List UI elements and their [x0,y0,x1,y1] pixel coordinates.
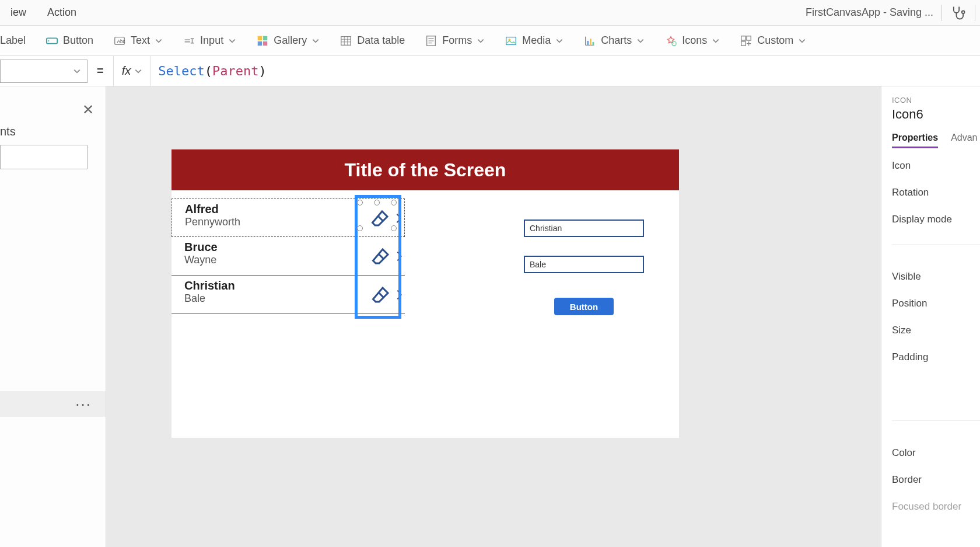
ribbon-media-text: Media [522,34,551,47]
gallery-row[interactable]: Bruce Wayne [172,237,405,276]
ribbon-forms-text: Forms [442,34,472,47]
canvas-area[interactable]: Title of the Screen Alfred Pennyworth Br… [106,86,881,547]
button-icon [46,34,58,47]
gallery-icon [256,34,269,47]
app-checker-icon[interactable] [950,5,967,21]
prop-icon[interactable]: Icon [892,160,980,172]
app-screen: Title of the Screen Alfred Pennyworth Br… [172,149,679,438]
chevron-down-icon [228,37,236,45]
ribbon-datatable[interactable]: Data table [340,34,405,47]
ribbon-text-text: Text [131,34,150,47]
eraser-icon[interactable] [368,281,394,308]
eraser-icon[interactable] [367,205,394,232]
chevron-down-icon [636,37,645,45]
svg-rect-8 [263,41,267,45]
forms-icon [425,34,438,47]
chevron-right-icon[interactable] [396,288,404,301]
prop-visible[interactable]: Visible [892,271,980,283]
prop-display-mode[interactable]: Display mode [892,214,980,225]
prop-padding[interactable]: Padding [892,351,980,363]
datatable-icon [340,34,352,47]
icons-icon [664,34,677,47]
svg-point-2 [48,40,50,41]
media-icon [505,34,517,47]
prop-border[interactable]: Border [892,474,980,486]
ribbon-button[interactable]: Button [46,34,93,47]
ribbon-forms[interactable]: Forms [425,34,485,47]
prop-focused-border[interactable]: Focused border [892,501,980,513]
chevron-down-icon [134,67,142,75]
tree-item-more[interactable]: ··· [0,391,106,417]
tab-properties[interactable]: Properties [892,133,938,148]
ribbon-media[interactable]: Media [505,34,564,47]
element-type-label: ICON [892,96,980,104]
ribbon-input-text: Input [200,34,223,47]
svg-rect-13 [587,41,589,45]
chevron-right-icon[interactable] [396,250,404,263]
svg-rect-18 [747,36,751,40]
insert-ribbon: Label Button Abc Text Input Gallery Data… [0,26,980,56]
submit-button[interactable]: Button [554,298,614,315]
chevron-down-icon [477,37,485,45]
svg-rect-7 [258,41,262,45]
text-icon: Abc [113,34,126,47]
ribbon-charts[interactable]: Charts [583,34,645,47]
ribbon-label-text: Label [0,34,26,47]
prop-rotation[interactable]: Rotation [892,187,980,198]
screen-title: Title of the Screen [172,149,679,190]
ribbon-icons[interactable]: Icons [664,34,720,47]
formula-arg: Parent [212,64,258,78]
tree-view-panel: ✕ nts ··· [0,86,106,547]
svg-text:Abc: Abc [117,39,125,44]
gallery-item-subtitle: Pennyworth [185,216,397,228]
svg-rect-19 [741,41,746,45]
prop-position[interactable]: Position [892,298,980,309]
gallery-item-subtitle: Wayne [184,254,398,266]
text-input-firstname[interactable]: Christian [524,220,644,237]
ribbon-custom[interactable]: Custom [740,34,806,47]
gallery-row[interactable]: Christian Bale [172,276,405,314]
svg-rect-9 [341,36,351,45]
menu-view[interactable]: iew [0,6,37,19]
chevron-down-icon [312,37,320,45]
svg-rect-15 [593,41,594,45]
formula-input[interactable]: Select(Parent) [151,64,980,78]
svg-rect-11 [506,37,516,44]
tab-advanced[interactable]: Advan [951,133,977,148]
chevron-down-icon [73,67,81,75]
svg-rect-6 [263,36,267,40]
svg-point-16 [672,41,676,45]
main-area: ✕ nts ··· Title of the Screen Alfred Pen… [0,86,980,547]
ribbon-label[interactable]: Label [0,34,26,47]
prop-size[interactable]: Size [892,325,980,336]
svg-rect-5 [258,36,262,40]
search-input[interactable] [0,145,88,169]
gallery-item-title: Christian [184,279,398,292]
properties-list: Icon Rotation Display mode Visible Posit… [892,160,980,513]
prop-color[interactable]: Color [892,447,980,459]
panel-tabs: Properties Advan [892,133,980,148]
gallery-row[interactable]: Alfred Pennyworth [172,198,405,237]
ribbon-icons-text: Icons [682,34,707,47]
chevron-down-icon [555,37,564,45]
chevron-right-icon[interactable] [395,212,403,225]
custom-icon [740,34,752,47]
chevron-down-icon [798,37,806,45]
fx-button[interactable]: fx [113,56,152,86]
gallery-control[interactable]: Alfred Pennyworth Bruce Wayne Ch [172,198,405,314]
ribbon-gallery[interactable]: Gallery [256,34,320,47]
svg-rect-17 [741,36,746,40]
eraser-icon[interactable] [368,243,394,270]
close-icon[interactable]: ✕ [82,102,94,118]
property-selector[interactable] [0,60,88,83]
text-input-lastname[interactable]: Bale [524,256,644,273]
charts-icon [583,34,596,47]
separator [975,5,975,21]
formula-fn: Select [158,64,204,78]
ribbon-text[interactable]: Abc Text [113,34,163,47]
ribbon-input[interactable]: Input [183,34,236,47]
gallery-item-title: Alfred [185,203,397,216]
input-icon [183,34,195,47]
panel-label-fragment: nts [0,125,16,138]
menu-action[interactable]: Action [37,6,87,19]
